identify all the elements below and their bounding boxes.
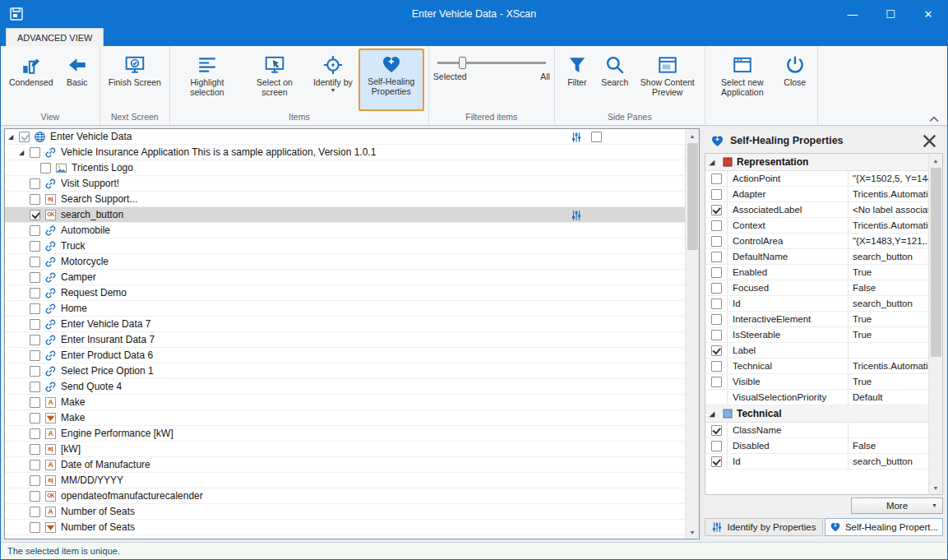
- slider-thumb[interactable]: [459, 57, 466, 69]
- property-row[interactable]: VisualSelectionPriorityDefault: [705, 390, 928, 405]
- property-value[interactable]: Tricentis.Automatio...: [849, 359, 928, 373]
- tree-row[interactable]: Enter Insurant Data 7: [5, 332, 685, 348]
- tree-row[interactable]: OKsearch_button: [5, 207, 685, 223]
- tree-row[interactable]: a|Search Support...: [5, 192, 685, 207]
- property-row[interactable]: ClassName: [705, 423, 928, 438]
- self-healing-properties-button[interactable]: Self-Healing Properties: [358, 49, 424, 111]
- tree-item-checkbox[interactable]: [30, 257, 40, 267]
- filter-button[interactable]: Filter: [559, 49, 595, 111]
- tree-item-checkbox[interactable]: [30, 507, 40, 517]
- property-row[interactable]: AdapterTricentis.Automatio...: [705, 187, 928, 202]
- tree-item-checkbox[interactable]: [30, 428, 40, 439]
- tree-row[interactable]: Visit Support!: [5, 176, 685, 192]
- show-content-preview-button[interactable]: Show Content Preview: [635, 49, 701, 111]
- tree-item-checkbox[interactable]: [30, 475, 40, 486]
- close-window-button[interactable]: ✕: [909, 1, 947, 27]
- finish-screen-button[interactable]: Finish Screen: [104, 49, 165, 111]
- tree-row[interactable]: a|[kW]: [5, 442, 685, 457]
- scroll-down-arrow[interactable]: ▼: [686, 525, 699, 539]
- property-checkbox[interactable]: [711, 236, 722, 247]
- section-expander[interactable]: ◢: [710, 410, 719, 418]
- tree-row[interactable]: Enter Vehicle Data 7: [5, 317, 685, 332]
- property-checkbox[interactable]: [711, 345, 722, 356]
- property-value[interactable]: search_button: [849, 454, 928, 469]
- property-checkbox[interactable]: [711, 267, 722, 278]
- property-checkbox[interactable]: [711, 283, 722, 294]
- highlight-selection-button[interactable]: Highlight selection: [174, 49, 240, 111]
- tree-row[interactable]: AEngine Performance [kW]: [5, 426, 685, 442]
- tree-item-checkbox[interactable]: [30, 210, 40, 220]
- tree-expander[interactable]: ◢: [19, 149, 30, 156]
- tree-item-checkbox[interactable]: [30, 272, 40, 283]
- property-value[interactable]: Tricentis.Automatio...: [849, 187, 928, 201]
- property-value[interactable]: False: [849, 280, 928, 295]
- property-checkbox[interactable]: [711, 361, 722, 372]
- property-section-header[interactable]: ◢Technical: [705, 405, 928, 423]
- property-checkbox[interactable]: [711, 377, 722, 387]
- tree-item-checkbox[interactable]: [30, 225, 40, 236]
- tree-item-checkbox[interactable]: [30, 178, 40, 189]
- property-value[interactable]: <No label associate...: [849, 202, 928, 217]
- property-section-header[interactable]: ◢Representation: [705, 154, 928, 171]
- tree-row[interactable]: Make: [5, 410, 685, 426]
- property-value[interactable]: [849, 343, 928, 358]
- tree-item-checkbox[interactable]: [19, 132, 30, 142]
- property-checkbox[interactable]: [711, 189, 722, 200]
- tab-self-healing-properties[interactable]: Self-Healing Propert...: [825, 518, 943, 536]
- property-row[interactable]: ControlArea"{X=1483,Y=121,...: [705, 234, 928, 249]
- tree-item-checkbox[interactable]: [30, 350, 40, 361]
- property-row[interactable]: AssociatedLabel<No label associate...: [705, 202, 928, 218]
- tree-row[interactable]: Home: [5, 301, 685, 317]
- tree-row[interactable]: a|MM/DD/YYYY: [5, 473, 685, 488]
- property-value[interactable]: False: [849, 438, 928, 453]
- property-value[interactable]: "{X=1502,5, Y=144...: [849, 171, 928, 186]
- search-button[interactable]: Search: [597, 49, 633, 111]
- ribbon-collapse-button[interactable]: [929, 116, 939, 123]
- basic-button[interactable]: Basic: [59, 49, 95, 111]
- tree-item-checkbox[interactable]: [30, 288, 40, 299]
- tree-item-checkbox[interactable]: [30, 444, 40, 455]
- tree-item-checkbox[interactable]: [40, 163, 51, 174]
- tree-row[interactable]: Send Quote 4: [5, 379, 685, 395]
- property-row[interactable]: DefaultNamesearch_button: [705, 249, 928, 265]
- tab-identify-by-properties[interactable]: Identify by Properties: [705, 518, 823, 536]
- section-expander[interactable]: ◢: [710, 159, 719, 166]
- tree-item-checkbox[interactable]: [30, 382, 40, 392]
- property-row[interactable]: ActionPoint"{X=1502,5, Y=144...: [705, 171, 928, 187]
- property-value[interactable]: search_button: [849, 296, 928, 311]
- close-xscan-button[interactable]: Close: [777, 49, 813, 111]
- sliders-icon[interactable]: [571, 132, 582, 143]
- tree-row[interactable]: Number of Seats: [5, 520, 685, 535]
- property-checkbox[interactable]: [711, 456, 722, 467]
- tree-item-checkbox[interactable]: [30, 194, 40, 205]
- tree-row[interactable]: Automobile: [5, 223, 685, 238]
- tree-item-checkbox[interactable]: [30, 413, 40, 423]
- tree-item-checkbox[interactable]: [30, 491, 40, 502]
- property-checkbox[interactable]: [711, 441, 722, 451]
- property-row[interactable]: EnabledTrue: [705, 265, 928, 280]
- sliders-icon[interactable]: [571, 210, 582, 221]
- maximize-button[interactable]: ☐: [872, 1, 909, 27]
- property-row[interactable]: FocusedFalse: [705, 280, 928, 296]
- minimize-button[interactable]: —: [834, 1, 872, 27]
- tree-row[interactable]: Enter Product Data 6: [5, 348, 685, 363]
- property-row[interactable]: TechnicalTricentis.Automatio...: [705, 359, 928, 374]
- tree-item-checkbox[interactable]: [30, 241, 40, 252]
- property-value[interactable]: search_button: [849, 249, 928, 264]
- property-checkbox[interactable]: [711, 330, 722, 340]
- tree-scrollbar[interactable]: ▲ ▼: [685, 129, 699, 539]
- property-checkbox[interactable]: [711, 314, 722, 325]
- tree-row[interactable]: ◢Enter Vehicle Data: [5, 129, 685, 145]
- tree-row[interactable]: Truck: [5, 238, 685, 254]
- property-row[interactable]: IsSteerableTrue: [705, 327, 928, 343]
- tree-row[interactable]: ADate of Manufacture: [5, 457, 685, 473]
- tree-row[interactable]: Motorcycle: [5, 254, 685, 270]
- property-checkbox[interactable]: [711, 220, 722, 231]
- property-value[interactable]: Default: [849, 390, 928, 405]
- property-checkbox[interactable]: [711, 252, 722, 262]
- scroll-up-arrow[interactable]: ▲: [686, 129, 699, 142]
- tree-row[interactable]: Select Price Option 1: [5, 363, 685, 379]
- property-checkbox[interactable]: [711, 425, 722, 436]
- tree-row[interactable]: ◢Vehicle Insurance Application This is a…: [5, 145, 685, 160]
- property-value[interactable]: Tricentis.Automatio...: [849, 218, 928, 233]
